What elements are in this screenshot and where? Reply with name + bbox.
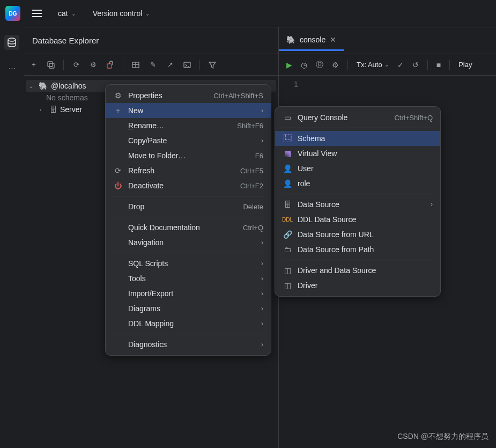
separator — [347, 60, 348, 70]
menu-label: Data Source — [298, 200, 425, 209]
menu-diagnostics[interactable]: Diagnostics › — [106, 337, 271, 352]
chevron-right-icon: › — [40, 107, 46, 113]
chevron-right-icon: › — [431, 201, 433, 208]
commit-icon[interactable]: ✓ — [397, 61, 404, 69]
menu-schema[interactable]: ⿺ Schema — [275, 131, 440, 146]
menu-label: DDL Data Source — [298, 215, 433, 224]
database-tool-icon[interactable] — [4, 35, 19, 50]
menu-query-console[interactable]: ▭ Query Console Ctrl+Shift+Q — [275, 110, 440, 125]
driver-ds-icon: ◫ — [283, 266, 292, 275]
tab-console[interactable]: 🐘 console ✕ — [279, 31, 344, 51]
menu-import-export[interactable]: Import/Export › — [106, 286, 271, 301]
menu-new[interactable]: + New › — [106, 103, 271, 118]
shortcut: Ctrl+Q — [243, 224, 263, 232]
menu-copy-paste[interactable]: Copy/Paste › — [106, 133, 271, 148]
separator — [199, 60, 200, 70]
separator — [427, 60, 428, 70]
menu-driver[interactable]: ◫ Driver — [275, 278, 440, 293]
menu-label: Rename… — [128, 121, 232, 130]
menu-data-source-path[interactable]: 🗀 Data Source from Path — [275, 242, 440, 257]
separator — [111, 334, 265, 334]
separator — [111, 253, 265, 253]
user-icon: 👤 — [283, 164, 292, 173]
menu-move-to-folder[interactable]: Move to Folder… F6 — [106, 148, 271, 163]
menu-ddl-data-source[interactable]: DDL DDL Data Source — [275, 212, 440, 227]
menu-label: role — [298, 179, 433, 188]
hamburger-menu-icon[interactable] — [29, 6, 45, 20]
more-icon[interactable]: ⋯ — [4, 61, 19, 76]
menu-ddl-mapping[interactable]: DDL Mapping › — [106, 316, 271, 331]
menu-properties[interactable]: ⚙ Properties Ctrl+Alt+Shift+S — [106, 88, 271, 103]
close-icon[interactable]: ✕ — [330, 35, 336, 44]
separator — [111, 196, 265, 196]
postgres-icon: 🐘 — [39, 82, 48, 90]
play-icon[interactable]: ▶ — [286, 61, 292, 69]
menu-quick-documentation[interactable]: Quick Documentation Ctrl+Q — [106, 220, 271, 235]
settings-icon[interactable]: ⚙ — [332, 61, 339, 69]
refresh-icon[interactable]: ⟳ — [71, 60, 81, 70]
chevron-right-icon: › — [261, 275, 263, 282]
menu-rename[interactable]: Rename… Shift+F6 — [106, 118, 271, 133]
shortcut: Shift+F6 — [237, 122, 263, 130]
edit-icon[interactable]: ✎ — [148, 60, 158, 70]
refresh-icon: ⟳ — [113, 166, 123, 175]
add-icon[interactable]: + — [29, 60, 39, 70]
history-icon[interactable]: ◷ — [301, 61, 307, 69]
chevron-down-icon: ⌄ — [145, 11, 150, 17]
rollback-icon[interactable]: ↺ — [412, 61, 419, 69]
menu-label: Tools — [128, 274, 256, 283]
menu-refresh[interactable]: ⟳ Refresh Ctrl+F5 — [106, 163, 271, 178]
menu-diagrams[interactable]: Diagrams › — [106, 301, 271, 316]
server-label: Server — [60, 105, 82, 114]
menu-data-source[interactable]: 🗄 Data Source › — [275, 197, 440, 212]
run-toolbar: ▶ ◷ ⓟ ⚙ Tx: Auto ⌄ ✓ ↺ ■ Play — [279, 54, 496, 76]
svg-rect-3 — [107, 64, 112, 68]
context-menu: ⚙ Properties Ctrl+Alt+Shift+S + New › Re… — [105, 84, 271, 356]
menu-label: DDL Mapping — [128, 319, 256, 328]
menu-deactivate[interactable]: ⏻ Deactivate Ctrl+F2 — [106, 178, 271, 193]
menu-sql-scripts[interactable]: SQL Scripts › — [106, 256, 271, 271]
menu-navigation[interactable]: Navigation › — [106, 235, 271, 250]
new-submenu: ▭ Query Console Ctrl+Shift+Q ⿺ Schema ▦ … — [275, 106, 441, 297]
filter-icon[interactable] — [208, 60, 217, 70]
chevron-right-icon: › — [261, 320, 263, 327]
duplicate-icon[interactable] — [46, 60, 56, 70]
menu-drop[interactable]: Drop Delete — [106, 199, 271, 214]
menu-virtual-view[interactable]: ▦ Virtual View — [275, 146, 440, 161]
separator — [449, 60, 450, 70]
vcs-dropdown[interactable]: Version control ⌄ — [88, 7, 154, 20]
deactivate-icon[interactable] — [106, 60, 115, 70]
separator — [280, 128, 435, 128]
driver-icon: ◫ — [283, 281, 292, 290]
console-icon: ▭ — [283, 113, 292, 122]
menu-label: User — [298, 164, 433, 173]
menu-label: Copy/Paste — [128, 136, 256, 145]
menu-user[interactable]: 👤 User — [275, 161, 440, 176]
link-icon: 🔗 — [283, 230, 292, 239]
chevron-down-icon: ⌄ — [71, 11, 76, 17]
folder-icon: 🗀 — [283, 245, 292, 254]
project-dropdown[interactable]: cat ⌄ — [54, 7, 80, 20]
menu-role[interactable]: 👤 role — [275, 176, 440, 191]
chevron-down-icon: ⌄ — [29, 83, 35, 89]
ddl-icon: DDL — [283, 217, 292, 223]
svg-rect-1 — [48, 62, 53, 67]
stop-icon[interactable]: ■ — [436, 61, 441, 69]
jump-icon[interactable]: ↗ — [165, 60, 175, 70]
table-icon[interactable] — [131, 60, 140, 70]
menu-label: Virtual View — [298, 149, 433, 158]
plan-icon[interactable]: ⓟ — [316, 60, 323, 70]
menu-data-source-url[interactable]: 🔗 Data Source from URL — [275, 227, 440, 242]
tx-mode-dropdown[interactable]: Tx: Auto ⌄ — [357, 61, 389, 69]
deactivate-icon: ⏻ — [113, 181, 123, 190]
menu-label: Driver — [298, 281, 433, 290]
database-icon: 🗄 — [283, 200, 292, 209]
menu-tools[interactable]: Tools › — [106, 271, 271, 286]
play-label[interactable]: Play — [458, 61, 472, 69]
console-icon[interactable] — [182, 60, 192, 70]
shortcut: Delete — [243, 203, 263, 211]
gear-icon: ⚙ — [113, 91, 123, 100]
settings-icon[interactable]: ⚙ — [88, 60, 98, 70]
menu-driver-data-source[interactable]: ◫ Driver and Data Source — [275, 263, 440, 278]
chevron-right-icon: › — [261, 107, 263, 114]
